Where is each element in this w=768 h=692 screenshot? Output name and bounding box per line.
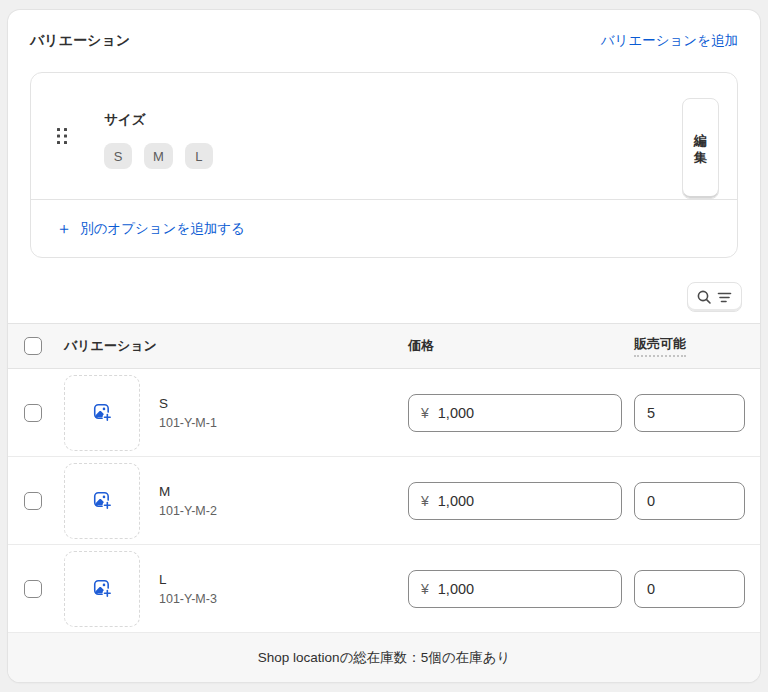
card-header: バリエーション バリエーションを追加 [8, 10, 760, 72]
column-header-variant: バリエーション [64, 337, 408, 355]
price-input[interactable] [438, 581, 609, 597]
image-add-icon [92, 578, 113, 599]
available-input[interactable] [634, 570, 745, 608]
option-value-chip: L [185, 143, 213, 169]
option-value-chip: S [104, 143, 132, 169]
filter-row [8, 282, 742, 312]
row-checkbox[interactable] [24, 404, 42, 422]
row-checkbox[interactable] [24, 492, 42, 510]
price-input[interactable] [438, 493, 609, 509]
drag-handle-icon[interactable] [56, 127, 68, 145]
price-field: ¥ [408, 394, 622, 432]
available-input[interactable] [634, 482, 745, 520]
option-values: S M L [104, 143, 682, 169]
add-another-option-label: 別のオプションを追加する [80, 220, 245, 238]
edit-option-button[interactable]: 編集 [682, 98, 719, 199]
select-all-checkbox[interactable] [24, 337, 42, 355]
variant-info: L 101-Y-M-3 [159, 572, 408, 606]
add-variant-link[interactable]: バリエーションを追加 [601, 32, 738, 50]
search-filter-button[interactable] [687, 282, 742, 312]
variant-name: S [159, 396, 408, 411]
price-field: ¥ [408, 482, 622, 520]
image-add-icon [92, 490, 113, 511]
variant-info: M 101-Y-M-2 [159, 484, 408, 518]
variant-name: M [159, 484, 408, 499]
price-field: ¥ [408, 570, 622, 608]
table-row: M 101-Y-M-2 ¥ [8, 457, 760, 545]
option-row: サイズ S M L 編集 [31, 73, 737, 200]
option-value-chip: M [144, 143, 173, 169]
add-option-row: ＋ 別のオプションを追加する [31, 200, 737, 257]
add-image-dropzone[interactable] [64, 551, 140, 627]
variant-sku: 101-Y-M-3 [159, 592, 408, 606]
available-input[interactable] [634, 394, 745, 432]
image-add-icon [92, 402, 113, 423]
available-tooltip-trigger[interactable]: 販売可能 [634, 335, 686, 357]
currency-prefix: ¥ [421, 581, 429, 597]
search-icon [696, 289, 713, 306]
table-header: バリエーション 価格 販売可能 [8, 323, 760, 369]
card-title: バリエーション [30, 32, 130, 50]
currency-prefix: ¥ [421, 493, 429, 509]
table-row: S 101-Y-M-1 ¥ [8, 369, 760, 457]
variant-info: S 101-Y-M-1 [159, 396, 408, 430]
variant-name: L [159, 572, 408, 587]
add-another-option-link[interactable]: ＋ 別のオプションを追加する [56, 220, 245, 238]
column-header-price: 価格 [408, 337, 622, 355]
option-content: サイズ S M L [104, 93, 682, 199]
option-name: サイズ [104, 111, 682, 129]
row-checkbox[interactable] [24, 580, 42, 598]
variant-sku: 101-Y-M-1 [159, 416, 408, 430]
option-box: サイズ S M L 編集 ＋ 別のオプションを追加する [30, 72, 738, 258]
variants-card: バリエーション バリエーションを追加 サイズ S M L 編集 [8, 10, 760, 682]
currency-prefix: ¥ [421, 405, 429, 421]
inventory-summary: Shop locationの総在庫数：5個の在庫あり [8, 633, 760, 682]
filter-icon [716, 289, 733, 306]
table-row: L 101-Y-M-3 ¥ [8, 545, 760, 633]
plus-icon: ＋ [56, 221, 72, 237]
price-input[interactable] [438, 405, 609, 421]
add-image-dropzone[interactable] [64, 463, 140, 539]
column-header-available: 販売可能 [634, 335, 745, 357]
add-image-dropzone[interactable] [64, 375, 140, 451]
variant-sku: 101-Y-M-2 [159, 504, 408, 518]
